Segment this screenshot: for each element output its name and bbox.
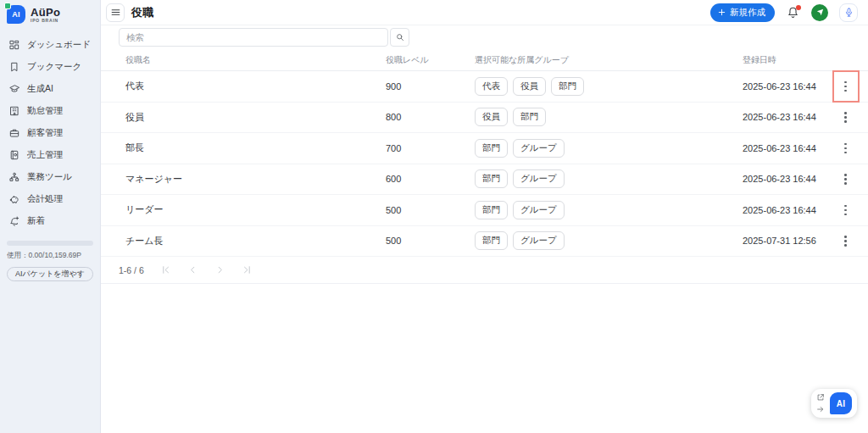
send-status-icon: [815, 8, 825, 17]
sidebar-item-label: ダッシュボード: [27, 39, 91, 51]
sidebar-item-label: 顧客管理: [27, 127, 63, 139]
usage-block: 使用：0.00/10,159.69P AIパケットを増やす: [0, 234, 100, 281]
previous-page-button[interactable]: [187, 264, 198, 275]
increase-ai-packets-button[interactable]: AIパケットを増やす: [7, 267, 93, 281]
row-kebab-menu-button[interactable]: [837, 108, 855, 126]
kebab-dot: [844, 86, 847, 88]
hamburger-menu-button[interactable]: [106, 3, 125, 22]
usage-text: 使用：0.00/10,159.69P: [7, 251, 93, 261]
role-name: リーダー: [125, 203, 386, 216]
role-level: 600: [386, 174, 475, 184]
sidebar-item-bookmarks[interactable]: ブックマーク: [0, 56, 100, 78]
group-chips: 部門グループ: [475, 201, 743, 219]
sidebar-item-dashboard[interactable]: ダッシュボード: [0, 34, 100, 56]
group-chips: 代表役員部門: [475, 77, 743, 96]
sidebar-item-accounting[interactable]: 会計処理: [0, 188, 100, 210]
role-level: 900: [386, 81, 475, 92]
ai-assistant-button[interactable]: AI: [830, 392, 852, 414]
briefcase-icon: [8, 127, 20, 139]
arrow-right-icon[interactable]: [816, 405, 825, 414]
first-page-button[interactable]: [160, 264, 171, 275]
search-button[interactable]: [390, 28, 409, 47]
row-kebab-menu-button[interactable]: [837, 77, 855, 96]
notifications-button[interactable]: [786, 5, 800, 20]
sidebar-item-generative-ai[interactable]: 生成AI: [0, 78, 100, 100]
row-kebab-menu-button[interactable]: [837, 169, 855, 188]
group-chips: 部門グループ: [475, 231, 743, 250]
row-actions: [823, 71, 868, 102]
role-level: 700: [386, 143, 475, 153]
next-page-button[interactable]: [214, 264, 225, 275]
sidebar-item-whats-new[interactable]: 新着: [0, 210, 100, 232]
kebab-dot: [844, 244, 847, 247]
page-title: 役職: [131, 5, 153, 20]
first-page-icon: [160, 264, 171, 275]
role-level: 500: [386, 205, 475, 215]
kebab-dot: [844, 174, 847, 176]
bookmark-icon: [8, 61, 20, 73]
logo[interactable]: AI AüPo IPO BRAIN: [0, 0, 100, 27]
group-chip: 部門: [513, 108, 546, 126]
last-page-button[interactable]: [242, 264, 253, 275]
group-chip: 部門: [475, 169, 508, 188]
pagination-range-label: 1-6 / 6: [119, 265, 144, 275]
role-name: マネージャー: [125, 173, 386, 186]
sidebar-item-business-tools[interactable]: 業務ツール: [0, 166, 100, 188]
role-level: 500: [386, 236, 475, 246]
dashboard-icon: [8, 39, 20, 51]
ledger-icon: [8, 149, 20, 161]
sidebar-nav: ダッシュボード ブックマーク 生成AI 勤怠管理 顧客管理 売上管理: [0, 27, 100, 234]
table-header-row: 役職名 役職レベル 選択可能な所属グループ 登録日時: [101, 49, 868, 71]
group-chips: 役員部門: [475, 108, 743, 126]
group-chips: 部門グループ: [475, 139, 743, 158]
sidebar: AI AüPo IPO BRAIN ダッシュボード ブックマーク 生成AI: [0, 0, 101, 433]
ai-bubble-logo-icon: AI: [7, 5, 25, 24]
kebab-dot: [844, 209, 847, 212]
assistant-mini-actions: [816, 393, 825, 414]
create-new-button[interactable]: 新規作成: [710, 3, 775, 22]
usage-progress-bar: [7, 241, 93, 246]
sidebar-item-label: 勤怠管理: [27, 105, 63, 117]
sidebar-item-customers[interactable]: 顧客管理: [0, 122, 100, 144]
group-chip: グループ: [513, 139, 565, 158]
row-kebab-menu-button[interactable]: [837, 231, 855, 250]
table-row[interactable]: 代表 900 代表役員部門 2025-06-23 16:44: [101, 71, 868, 103]
sidebar-item-sales[interactable]: 売上管理: [0, 144, 100, 166]
search-icon: [395, 32, 405, 42]
sidebar-item-attendance[interactable]: 勤怠管理: [0, 100, 100, 122]
row-kebab-menu-button[interactable]: [837, 139, 855, 158]
topbar: 役職 新規作成: [101, 0, 868, 25]
table-row[interactable]: マネージャー 600 部門グループ 2025-06-23 16:44: [101, 164, 868, 196]
row-kebab-menu-button[interactable]: [837, 201, 855, 219]
kebab-dot: [844, 112, 847, 114]
sidebar-item-label: 新着: [27, 215, 45, 227]
sidebar-item-label: ブックマーク: [27, 61, 81, 73]
hamburger-icon: [110, 7, 121, 18]
kebab-dot: [844, 236, 847, 238]
table-toolbar: [101, 25, 868, 49]
table-row[interactable]: 役員 800 役員部門 2025-06-23 16:44: [101, 103, 868, 134]
group-chip: 役員: [513, 77, 546, 96]
piggy-bank-icon: [8, 193, 20, 205]
sidebar-item-label: 業務ツール: [27, 171, 72, 183]
group-chips: 部門グループ: [475, 169, 743, 188]
open-in-new-icon[interactable]: [816, 393, 825, 402]
table-row[interactable]: チーム長 500 部門グループ 2025-07-31 12:56: [101, 226, 868, 258]
group-chip: 部門: [475, 139, 508, 158]
table-row[interactable]: リーダー 500 部門グループ 2025-06-23 16:44: [101, 195, 868, 226]
send-status-button[interactable]: [811, 4, 828, 21]
table-body: 代表 900 代表役員部門 2025-06-23 16:44 役員 800 役員…: [101, 71, 868, 257]
microphone-button[interactable]: [839, 3, 858, 22]
column-header-role-level: 役職レベル: [386, 54, 475, 66]
role-name: 役員: [125, 111, 386, 124]
registered-at: 2025-06-23 16:44: [743, 81, 823, 92]
table-row[interactable]: 部長 700 部門グループ 2025-06-23 16:44: [101, 133, 868, 164]
search-input[interactable]: [119, 28, 388, 47]
ai-assistant-widget[interactable]: AI: [811, 389, 857, 418]
group-chip: 部門: [475, 201, 508, 219]
chevron-left-icon: [187, 264, 198, 275]
plus-icon: [717, 8, 726, 17]
group-chip: 代表: [475, 77, 508, 96]
building-icon: [8, 105, 20, 117]
roles-table: 役職名 役職レベル 選択可能な所属グループ 登録日時 代表 900 代表役員部門…: [101, 49, 868, 257]
